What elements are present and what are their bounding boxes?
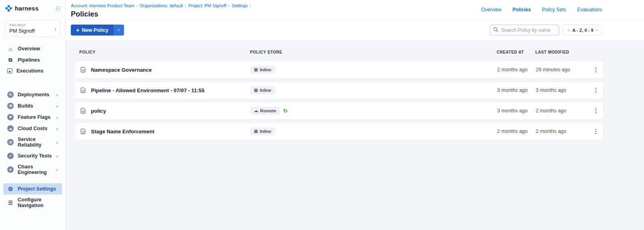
policy-name-cell: Pipeline - Allowed Environment - 07/07 -… xyxy=(80,87,250,94)
row-menu-button[interactable] xyxy=(593,85,603,95)
sidebar-item-pipelines[interactable]: Pipelines xyxy=(3,54,62,66)
table-row[interactable]: Pipeline - Allowed Environment - 07/07 -… xyxy=(74,81,604,99)
policy-icon xyxy=(80,66,87,73)
home-icon xyxy=(7,46,14,52)
app-grid-icon[interactable] xyxy=(56,6,60,11)
breadcrumb-link[interactable]: Project: PM Signoff xyxy=(188,3,226,8)
policy-name-cell: Namespace Governance xyxy=(80,66,250,73)
new-policy-split-button: New Policy xyxy=(71,25,124,35)
column-header-policy-store: POLICY STORE xyxy=(250,50,497,54)
policy-name: Namespace Governance xyxy=(91,67,152,73)
plus-icon xyxy=(76,27,79,33)
main-content: Account: Harness Product Team Organizati… xyxy=(66,0,644,230)
policy-store-cell: Inline xyxy=(250,66,497,74)
project-name: PM Signoff xyxy=(9,28,51,34)
sidebar-item-feature-flags[interactable]: Feature Flags xyxy=(3,112,62,123)
search-box xyxy=(490,25,559,35)
builds-icon xyxy=(7,103,14,109)
sidebar-item-overview[interactable]: Overview xyxy=(3,43,62,54)
sidebar-item-project-settings[interactable]: Project Settings xyxy=(3,183,62,195)
sidebar-item-label: Feature Flags xyxy=(18,114,50,120)
search-input[interactable] xyxy=(490,25,559,35)
policy-store-cell: Inline xyxy=(250,127,497,135)
sort-arrows-icon xyxy=(567,28,570,32)
security-tests-icon xyxy=(7,153,14,159)
hamburger-icon xyxy=(7,199,14,206)
policy-store-cell: Remote xyxy=(250,107,497,115)
logo-row: harness xyxy=(0,0,65,16)
table-header-row: POLICY POLICY STORE CREATED AT LAST MODI… xyxy=(74,46,604,58)
sidebar-item-service-reliability[interactable]: Service Reliability xyxy=(3,134,62,150)
policy-store-badge: Remote xyxy=(250,107,280,115)
harness-logo-icon xyxy=(5,4,12,12)
created-at: 2 months ago xyxy=(497,128,536,134)
store-label: Remote xyxy=(260,108,276,113)
new-policy-button[interactable]: New Policy xyxy=(71,25,114,35)
row-menu-button[interactable] xyxy=(593,65,603,75)
sidebar-item-cloud-costs[interactable]: Cloud Costs xyxy=(3,123,62,134)
sidebar-item-label: Cloud Costs xyxy=(18,126,47,131)
breadcrumb-separator-icon xyxy=(228,3,230,8)
table-row[interactable]: policy Remote 3 months ago 2 months ago xyxy=(74,102,604,120)
chevron-right-icon xyxy=(54,26,56,32)
chevron-right-icon xyxy=(56,153,58,159)
sidebar-item-label: Security Tests xyxy=(18,153,52,159)
project-selector[interactable]: PROJECT PM Signoff xyxy=(5,20,60,37)
sort-dropdown[interactable]: A - Z, 0 - 9 xyxy=(563,25,602,35)
policy-tab-link[interactable]: Overview xyxy=(481,7,501,12)
breadcrumb-link[interactable]: Account: Harness Product Team xyxy=(71,3,134,8)
cloud-costs-icon xyxy=(7,125,14,132)
sidebar-item-deployments[interactable]: Deployments xyxy=(3,89,62,100)
policy-icon xyxy=(80,87,87,94)
sidebar-item-label: Builds xyxy=(18,103,33,109)
header-divider xyxy=(66,19,644,20)
policy-tab-link[interactable]: Evaluations xyxy=(577,7,602,12)
last-modified: 2 months ago xyxy=(536,128,593,134)
table-row[interactable]: Namespace Governance Inline 2 months ago… xyxy=(74,61,604,79)
new-policy-dropdown-button[interactable] xyxy=(114,25,124,35)
breadcrumb-link[interactable]: Settings xyxy=(232,3,248,8)
sidebar: harness PROJECT PM Signoff Overview Pipe… xyxy=(0,0,66,230)
policy-tab-link[interactable]: Policy Sets xyxy=(542,7,566,12)
executions-icon xyxy=(7,68,12,73)
created-at: 3 months ago xyxy=(497,87,536,93)
sidebar-item-security-tests[interactable]: Security Tests xyxy=(3,150,62,162)
sidebar-item-label: Chaos Engineering xyxy=(18,164,52,175)
last-modified: 29 minutes ago xyxy=(536,67,593,73)
logo-text: harness xyxy=(15,5,39,12)
row-menu-button[interactable] xyxy=(593,126,603,136)
chevron-right-icon xyxy=(56,126,58,131)
sidebar-item-label: Overview xyxy=(18,46,40,52)
table-row[interactable]: Stage Name Enforcement Inline 2 months a… xyxy=(74,122,604,140)
policy-store-badge: Inline xyxy=(250,86,275,94)
column-header-policy: POLICY xyxy=(79,50,250,54)
sidebar-item-builds[interactable]: Builds xyxy=(3,100,62,112)
policy-tab-link[interactable]: Policies xyxy=(512,7,530,12)
column-header-last-modified: LAST MODIFIED xyxy=(535,50,592,54)
policy-icon xyxy=(80,108,87,114)
toolbar: New Policy A - Z, 0 - 9 xyxy=(71,25,602,35)
sidebar-item-configure-navigation[interactable]: Configure Navigation xyxy=(3,195,62,211)
sidebar-item-executions[interactable]: Executions xyxy=(3,66,62,76)
sidebar-item-label: Project Settings xyxy=(18,186,56,192)
store-label: Inline xyxy=(260,129,271,134)
sidebar-item-chaos-engineering[interactable]: Chaos Engineering xyxy=(3,162,62,178)
breadcrumb-link[interactable]: Organizations: default xyxy=(140,3,183,8)
row-menu-button[interactable] xyxy=(593,106,603,116)
deployments-icon xyxy=(7,91,14,98)
store-type-icon xyxy=(254,68,258,72)
sidebar-item-label: Service Reliability xyxy=(18,137,52,148)
breadcrumb-separator-icon xyxy=(185,3,186,8)
sidebar-item-label: Executions xyxy=(17,68,43,74)
gear-icon xyxy=(7,186,14,192)
pipelines-icon xyxy=(7,57,14,63)
breadcrumb-separator-icon xyxy=(136,3,138,8)
column-header-created-at: CREATED AT xyxy=(497,50,535,54)
sidebar-bottom-nav: Project Settings Configure Navigation xyxy=(0,180,65,213)
sidebar-item-label: Deployments xyxy=(18,92,50,97)
policy-name: Stage Name Enforcement xyxy=(91,128,155,135)
store-type-icon xyxy=(254,109,258,113)
sort-label: A - Z, 0 - 9 xyxy=(572,28,593,33)
chevron-down-icon xyxy=(116,29,122,31)
policy-tabs: Overview Policies Policy Sets Evaluation… xyxy=(481,7,602,12)
